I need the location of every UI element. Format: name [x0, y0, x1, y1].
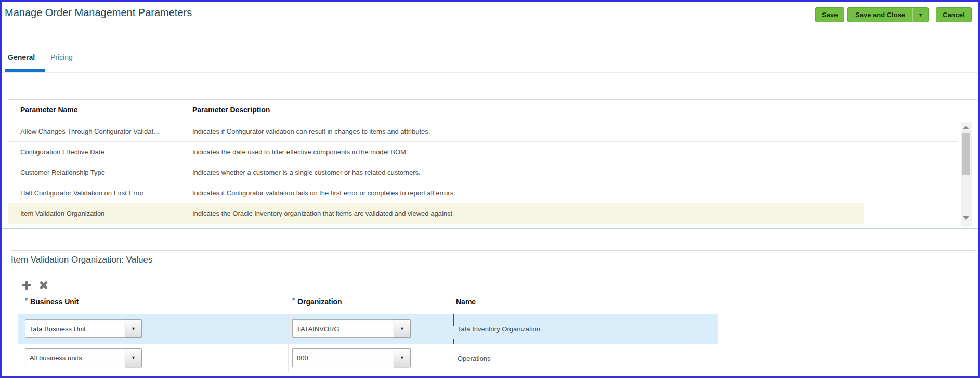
values-section-title: Item Validation Organization: Values: [11, 255, 152, 265]
business-unit-combobox: ▼: [25, 348, 142, 367]
column-header-parameter-description: Parameter Description: [192, 106, 270, 114]
values-table-top-border: [9, 292, 977, 292]
active-tab-underline: [5, 69, 45, 72]
scroll-up-icon[interactable]: [963, 126, 969, 129]
parameter-description-cell: Indicates the Oracle Inventory organizat…: [192, 203, 452, 224]
required-icon: *: [292, 296, 295, 304]
parameter-name-cell: Halt Configurator Validation on First Er…: [20, 183, 143, 203]
delete-row-icon[interactable]: [38, 279, 49, 291]
page-title: Manage Order Management Parameters: [5, 7, 192, 19]
save-button-label: Save: [822, 11, 838, 19]
save-and-close-button[interactable]: Save and Close: [848, 8, 912, 22]
parameter-description-cell: Indicates if Configurator validation can…: [192, 121, 430, 141]
focus-dotted-border: [453, 314, 454, 344]
section-divider: [11, 250, 977, 251]
add-row-icon[interactable]: [21, 279, 32, 291]
parameter-name-cell: Allow Changes Through Configurator Valid…: [20, 121, 159, 141]
scrollbar-thumb[interactable]: [962, 133, 970, 175]
values-table-left-border: [9, 292, 9, 372]
parameter-description-cell: Indicates the date used to filter effect…: [192, 142, 408, 162]
chevron-down-icon: ▼: [400, 326, 404, 331]
organization-input[interactable]: [292, 319, 394, 338]
cancel-button[interactable]: Cancel: [936, 7, 972, 22]
dropdown-button[interactable]: ▼: [125, 319, 142, 338]
parameter-description-cell: Indicates if Configurator validation fai…: [192, 183, 455, 203]
cancel-label-accesskey: C: [943, 11, 947, 19]
parameter-name-cell: Item Validation Organization: [20, 203, 104, 224]
focus-dotted-border: [718, 314, 718, 344]
chevron-down-icon: ▼: [131, 355, 136, 360]
column-header-organization: *Organization: [292, 297, 342, 306]
table-row[interactable]: Halt Configurator Validation on First Er…: [8, 183, 958, 203]
dropdown-button[interactable]: ▼: [394, 348, 411, 367]
table-row[interactable]: Configuration Effective Date Indicates t…: [8, 142, 958, 162]
save-and-close-split-button: Save and Close ▼: [847, 7, 929, 22]
parameters-table-top-border: [8, 99, 977, 100]
business-unit-input[interactable]: [25, 348, 125, 367]
business-unit-input[interactable]: [25, 319, 125, 338]
save-and-close-dropdown-button[interactable]: ▼: [912, 8, 928, 22]
table-row-selected[interactable]: Item Validation Organization Indicates t…: [8, 203, 958, 224]
organization-input[interactable]: [292, 348, 394, 367]
organization-name-cell: Operations: [458, 355, 491, 362]
values-column-separator: [288, 314, 289, 372]
manage-order-management-parameters-page: Manage Order Management Parameters Save …: [0, 0, 980, 378]
tab-pricing[interactable]: Pricing: [50, 53, 73, 61]
save-and-close-label-accesskey: S: [855, 11, 860, 19]
tab-general[interactable]: General: [8, 53, 35, 61]
organization-name-cell: Tata Inventory Organization: [458, 325, 540, 333]
dropdown-button[interactable]: ▼: [125, 348, 142, 367]
values-table-bottom-border: [9, 372, 977, 372]
column-header-business-unit: *Business Unit: [25, 297, 79, 306]
table-row[interactable]: Customer Relationship Type Indicates whe…: [8, 162, 958, 183]
save-button[interactable]: Save: [815, 7, 844, 22]
table-row[interactable]: Allow Changes Through Configurator Valid…: [8, 121, 958, 142]
chevron-down-icon: ▼: [131, 326, 136, 331]
scroll-down-icon[interactable]: [963, 216, 969, 220]
cancel-label: ancel: [947, 11, 964, 19]
parameters-table-bottom-border: [2, 228, 978, 229]
column-header-parameter-name: Parameter Name: [20, 106, 78, 114]
save-and-close-label: ave and Close: [860, 11, 905, 19]
organization-combobox: ▼: [292, 348, 411, 367]
parameter-name-cell: Configuration Effective Date: [20, 142, 104, 162]
business-unit-combobox: ▼: [25, 319, 142, 338]
chevron-down-icon: ▼: [918, 12, 923, 18]
column-header-name: Name: [456, 297, 476, 306]
tabbar-divider: [2, 72, 978, 73]
dropdown-button[interactable]: ▼: [394, 319, 411, 338]
required-icon: *: [25, 296, 28, 304]
parameter-description-cell: Indicates whether a customer is a single…: [192, 162, 421, 183]
chevron-down-icon: ▼: [400, 355, 404, 360]
parameter-name-cell: Customer Relationship Type: [20, 162, 105, 183]
organization-combobox: ▼: [292, 319, 411, 338]
